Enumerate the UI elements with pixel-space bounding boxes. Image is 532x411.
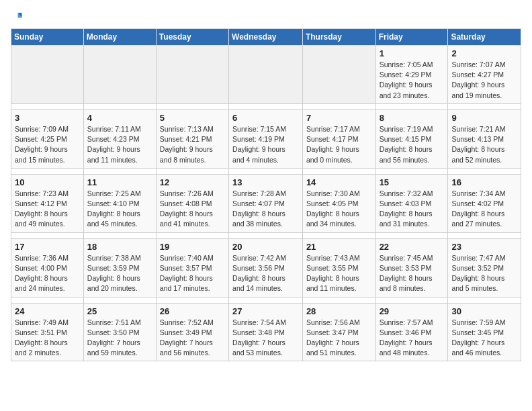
day-info: Sunrise: 7:38 AM Sunset: 3:59 PM Dayligh…	[87, 253, 152, 294]
day-number: 10	[15, 177, 80, 187]
day-number: 12	[160, 177, 225, 187]
day-number: 5	[160, 113, 225, 123]
day-info: Sunrise: 7:43 AM Sunset: 3:55 PM Dayligh…	[306, 253, 372, 294]
calendar-cell: 17Sunrise: 7:36 AM Sunset: 4:00 PM Dayli…	[11, 238, 84, 297]
day-number: 28	[306, 306, 372, 316]
calendar-cell: 7Sunrise: 7:17 AM Sunset: 4:17 PM Daylig…	[302, 109, 375, 168]
day-header-sunday: Sunday	[11, 29, 84, 46]
calendar-cell: 11Sunrise: 7:25 AM Sunset: 4:10 PM Dayli…	[83, 174, 156, 232]
calendar-cell: 13Sunrise: 7:28 AM Sunset: 4:07 PM Dayli…	[229, 174, 303, 232]
day-info: Sunrise: 7:49 AM Sunset: 3:51 PM Dayligh…	[15, 318, 80, 359]
day-info: Sunrise: 7:45 AM Sunset: 3:53 PM Dayligh…	[380, 253, 445, 294]
day-header-tuesday: Tuesday	[156, 29, 228, 46]
day-number: 9	[451, 113, 517, 123]
row-spacer	[11, 168, 521, 174]
calendar-week-row: 1Sunrise: 7:05 AM Sunset: 4:29 PM Daylig…	[11, 46, 521, 104]
calendar-week-row: 24Sunrise: 7:49 AM Sunset: 3:51 PM Dayli…	[11, 303, 521, 361]
day-info: Sunrise: 7:47 AM Sunset: 3:52 PM Dayligh…	[451, 253, 517, 294]
calendar-cell: 12Sunrise: 7:26 AM Sunset: 4:08 PM Dayli…	[156, 174, 228, 232]
calendar-cell: 26Sunrise: 7:52 AM Sunset: 3:49 PM Dayli…	[156, 303, 228, 361]
row-spacer	[11, 297, 521, 303]
day-info: Sunrise: 7:13 AM Sunset: 4:21 PM Dayligh…	[160, 124, 225, 165]
day-header-wednesday: Wednesday	[229, 29, 303, 46]
calendar-cell: 19Sunrise: 7:40 AM Sunset: 3:57 PM Dayli…	[156, 238, 228, 297]
day-number: 13	[232, 177, 299, 187]
day-info: Sunrise: 7:56 AM Sunset: 3:47 PM Dayligh…	[306, 318, 372, 359]
logo-icon	[11, 11, 23, 23]
day-number: 8	[380, 113, 445, 123]
calendar-cell: 2Sunrise: 7:07 AM Sunset: 4:27 PM Daylig…	[448, 46, 521, 104]
day-number: 26	[160, 306, 225, 316]
day-number: 16	[451, 177, 517, 187]
calendar-cell: 10Sunrise: 7:23 AM Sunset: 4:12 PM Dayli…	[11, 174, 84, 232]
day-number: 21	[306, 242, 372, 252]
calendar-cell: 25Sunrise: 7:51 AM Sunset: 3:50 PM Dayli…	[83, 303, 156, 361]
day-header-saturday: Saturday	[448, 29, 521, 46]
day-info: Sunrise: 7:57 AM Sunset: 3:46 PM Dayligh…	[380, 318, 445, 359]
day-number: 24	[15, 306, 80, 316]
calendar-cell: 8Sunrise: 7:19 AM Sunset: 4:15 PM Daylig…	[375, 109, 448, 168]
calendar-week-row: 10Sunrise: 7:23 AM Sunset: 4:12 PM Dayli…	[11, 174, 521, 232]
calendar-cell	[83, 46, 156, 104]
day-info: Sunrise: 7:36 AM Sunset: 4:00 PM Dayligh…	[15, 253, 80, 294]
day-number: 19	[160, 242, 225, 252]
row-spacer	[11, 232, 521, 238]
calendar-cell	[302, 46, 375, 104]
day-number: 20	[232, 242, 299, 252]
row-spacer	[11, 103, 521, 109]
day-info: Sunrise: 7:54 AM Sunset: 3:48 PM Dayligh…	[232, 318, 299, 359]
calendar-cell: 18Sunrise: 7:38 AM Sunset: 3:59 PM Dayli…	[83, 238, 156, 297]
calendar-week-row: 17Sunrise: 7:36 AM Sunset: 4:00 PM Dayli…	[11, 238, 521, 297]
calendar-cell	[11, 46, 84, 104]
calendar-header-row: SundayMondayTuesdayWednesdayThursdayFrid…	[11, 29, 521, 46]
day-info: Sunrise: 7:52 AM Sunset: 3:49 PM Dayligh…	[160, 318, 225, 359]
logo	[11, 11, 26, 23]
day-header-thursday: Thursday	[302, 29, 375, 46]
calendar-cell: 1Sunrise: 7:05 AM Sunset: 4:29 PM Daylig…	[375, 46, 448, 104]
calendar-table: SundayMondayTuesdayWednesdayThursdayFrid…	[11, 28, 521, 361]
day-info: Sunrise: 7:23 AM Sunset: 4:12 PM Dayligh…	[15, 189, 80, 230]
calendar-cell: 3Sunrise: 7:09 AM Sunset: 4:25 PM Daylig…	[11, 109, 84, 168]
calendar-cell: 27Sunrise: 7:54 AM Sunset: 3:48 PM Dayli…	[229, 303, 303, 361]
day-info: Sunrise: 7:17 AM Sunset: 4:17 PM Dayligh…	[306, 124, 372, 165]
calendar-cell: 23Sunrise: 7:47 AM Sunset: 3:52 PM Dayli…	[448, 238, 521, 297]
day-number: 1	[380, 48, 445, 58]
day-info: Sunrise: 7:42 AM Sunset: 3:56 PM Dayligh…	[232, 253, 299, 294]
day-info: Sunrise: 7:30 AM Sunset: 4:05 PM Dayligh…	[306, 189, 372, 230]
calendar-cell: 20Sunrise: 7:42 AM Sunset: 3:56 PM Dayli…	[229, 238, 303, 297]
day-number: 3	[15, 113, 80, 123]
page-header	[11, 11, 521, 23]
calendar-week-row: 3Sunrise: 7:09 AM Sunset: 4:25 PM Daylig…	[11, 109, 521, 168]
calendar-cell	[156, 46, 228, 104]
day-info: Sunrise: 7:51 AM Sunset: 3:50 PM Dayligh…	[87, 318, 152, 359]
calendar-cell: 15Sunrise: 7:32 AM Sunset: 4:03 PM Dayli…	[375, 174, 448, 232]
day-number: 22	[380, 242, 445, 252]
day-info: Sunrise: 7:28 AM Sunset: 4:07 PM Dayligh…	[232, 189, 299, 230]
calendar-cell: 21Sunrise: 7:43 AM Sunset: 3:55 PM Dayli…	[302, 238, 375, 297]
calendar-cell: 24Sunrise: 7:49 AM Sunset: 3:51 PM Dayli…	[11, 303, 84, 361]
day-number: 7	[306, 113, 372, 123]
calendar-cell: 16Sunrise: 7:34 AM Sunset: 4:02 PM Dayli…	[448, 174, 521, 232]
day-header-monday: Monday	[83, 29, 156, 46]
day-number: 30	[451, 306, 517, 316]
day-info: Sunrise: 7:07 AM Sunset: 4:27 PM Dayligh…	[451, 60, 517, 101]
day-info: Sunrise: 7:40 AM Sunset: 3:57 PM Dayligh…	[160, 253, 225, 294]
day-header-friday: Friday	[375, 29, 448, 46]
day-number: 14	[306, 177, 372, 187]
calendar-cell: 30Sunrise: 7:59 AM Sunset: 3:45 PM Dayli…	[448, 303, 521, 361]
day-info: Sunrise: 7:21 AM Sunset: 4:13 PM Dayligh…	[451, 124, 517, 165]
day-info: Sunrise: 7:15 AM Sunset: 4:19 PM Dayligh…	[232, 124, 299, 165]
calendar-cell: 29Sunrise: 7:57 AM Sunset: 3:46 PM Dayli…	[375, 303, 448, 361]
day-info: Sunrise: 7:59 AM Sunset: 3:45 PM Dayligh…	[451, 318, 517, 359]
day-number: 17	[15, 242, 80, 252]
day-number: 6	[232, 113, 299, 123]
day-info: Sunrise: 7:25 AM Sunset: 4:10 PM Dayligh…	[87, 189, 152, 230]
day-info: Sunrise: 7:19 AM Sunset: 4:15 PM Dayligh…	[380, 124, 445, 165]
day-number: 25	[87, 306, 152, 316]
day-number: 27	[232, 306, 299, 316]
day-number: 11	[87, 177, 152, 187]
day-info: Sunrise: 7:11 AM Sunset: 4:23 PM Dayligh…	[87, 124, 152, 165]
day-info: Sunrise: 7:05 AM Sunset: 4:29 PM Dayligh…	[380, 60, 445, 101]
calendar-cell: 5Sunrise: 7:13 AM Sunset: 4:21 PM Daylig…	[156, 109, 228, 168]
day-number: 23	[451, 242, 517, 252]
